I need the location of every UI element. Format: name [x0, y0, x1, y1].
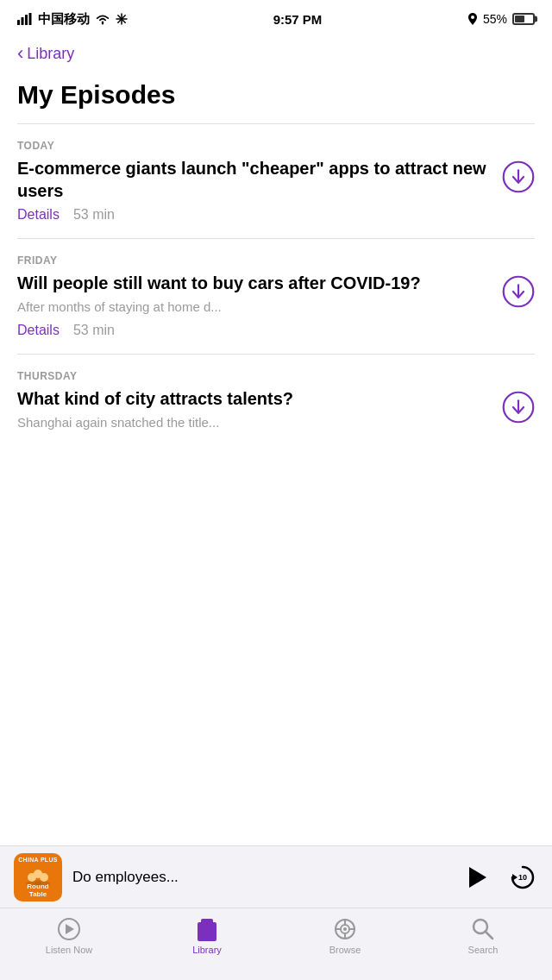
replay-10-icon: 10 [508, 863, 537, 892]
svg-rect-0 [17, 20, 20, 25]
episode-duration-1: 53 min [73, 323, 115, 338]
library-icon [196, 917, 218, 941]
replay-button[interactable]: 10 [507, 862, 538, 893]
episode-duration-0: 53 min [73, 207, 115, 223]
status-battery: 55% [467, 12, 535, 26]
activity-icon [116, 13, 128, 25]
battery-fill [515, 16, 524, 22]
page-title-area: My Episodes [0, 73, 552, 123]
battery-percentage: 55% [483, 12, 507, 26]
episode-description-1: After months of staying at home d... [17, 298, 488, 316]
chevron-left-icon: ‹ [17, 44, 23, 63]
episode-text-0: E-commerce giants launch "cheaper" apps … [17, 157, 488, 223]
episode-day-2: THURSDAY [17, 370, 535, 382]
carrier-name: 中国移动 [38, 11, 90, 28]
svg-rect-1 [22, 17, 24, 25]
nav-bar: ‹ Library [0, 38, 552, 73]
china-plus-badge: CHINA PLUS [14, 857, 62, 863]
svg-text:10: 10 [518, 873, 527, 882]
wifi-icon [95, 13, 110, 25]
tab-item-browse[interactable]: Browse [276, 917, 414, 955]
tab-icon-search [471, 917, 495, 941]
status-bar: 中国移动 9:57 PM 55% [0, 0, 552, 38]
episode-details-link-0[interactable]: Details [17, 207, 60, 223]
tab-label-browse: Browse [329, 945, 361, 955]
episode-details-link-1[interactable]: Details [17, 323, 60, 338]
now-playing-controls: 10 [461, 862, 538, 893]
download-icon-1 [502, 275, 535, 308]
svg-rect-2 [25, 15, 28, 25]
page-title: My Episodes [17, 80, 535, 110]
tab-label-listen-now: Listen Now [46, 945, 92, 955]
tab-item-library[interactable]: Library [138, 917, 276, 955]
episode-item-0: TODAY E-commerce giants launch "cheaper"… [0, 124, 552, 238]
battery-body [512, 13, 535, 25]
episode-title-1: Will people still want to buy cars after… [17, 272, 488, 294]
location-icon [467, 13, 478, 25]
tab-label-library: Library [192, 945, 222, 955]
download-icon-2 [502, 391, 535, 424]
episode-content-0: E-commerce giants launch "cheaper" apps … [17, 157, 535, 223]
status-carrier-signal: 中国移动 [17, 11, 128, 28]
tab-item-listen-now[interactable]: Listen Now [0, 917, 138, 955]
episode-title-0: E-commerce giants launch "cheaper" apps … [17, 157, 488, 202]
episode-description-2: Shanghai again snatched the title... [17, 413, 488, 431]
play-triangle-icon [469, 867, 486, 888]
round-table-text: RoundTable [14, 883, 62, 898]
browse-podcast-icon [333, 917, 357, 941]
episode-content-2: What kind of city attracts talents? Shan… [17, 387, 535, 438]
svg-point-23 [343, 927, 347, 931]
play-button[interactable] [461, 862, 492, 893]
episode-day-1: FRIDAY [17, 254, 535, 267]
svg-rect-19 [198, 922, 216, 941]
svg-marker-17 [512, 874, 518, 881]
now-playing-bar[interactable]: CHINA PLUS RoundTable Do employees... 10 [0, 845, 552, 908]
episode-meta-1: Details 53 min [17, 323, 488, 338]
play-triangle-tab-icon [66, 924, 74, 934]
tab-icon-browse [333, 917, 357, 941]
episode-item-2: THURSDAY What kind of city attracts tale… [0, 355, 552, 454]
tab-label-search: Search [468, 945, 499, 955]
back-button[interactable]: ‹ Library [17, 45, 74, 63]
download-button-2[interactable] [502, 391, 535, 427]
now-playing-thumbnail: CHINA PLUS RoundTable [14, 853, 62, 901]
status-time: 9:57 PM [273, 12, 323, 27]
download-button-0[interactable] [502, 160, 535, 197]
svg-line-29 [486, 932, 492, 939]
svg-rect-20 [201, 919, 213, 924]
now-playing-title: Do employees... [72, 869, 450, 886]
svg-point-15 [34, 870, 42, 878]
tab-icon-listen-now [57, 917, 81, 941]
search-tab-icon [471, 917, 495, 941]
episode-meta-0: Details 53 min [17, 207, 488, 223]
download-icon-0 [502, 160, 535, 193]
play-circle-icon [58, 918, 80, 940]
tab-item-search[interactable]: Search [414, 917, 552, 955]
download-button-1[interactable] [502, 275, 535, 311]
signal-icon [17, 13, 33, 25]
episode-content-1: Will people still want to buy cars after… [17, 272, 535, 338]
tab-icon-library [195, 917, 219, 941]
svg-rect-3 [29, 13, 32, 25]
episode-title-2: What kind of city attracts talents? [17, 387, 488, 410]
episode-item-1: FRIDAY Will people still want to buy car… [0, 239, 552, 354]
svg-point-8 [471, 16, 474, 19]
back-label: Library [27, 45, 74, 63]
episode-text-1: Will people still want to buy cars after… [17, 272, 488, 338]
episode-text-2: What kind of city attracts talents? Shan… [17, 387, 488, 438]
tab-bar: Listen Now Library Browse [0, 908, 552, 980]
episodes-list: TODAY E-commerce giants launch "cheaper"… [0, 123, 552, 592]
episode-day-0: TODAY [17, 140, 535, 152]
